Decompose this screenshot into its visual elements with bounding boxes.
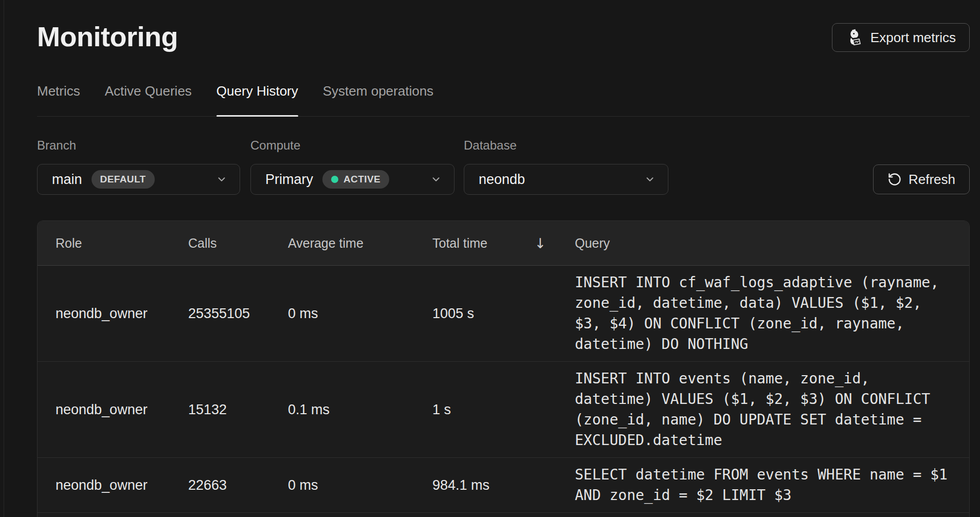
cell-role: neondb_owner <box>56 477 188 493</box>
tab-metrics[interactable]: Metrics <box>37 83 80 116</box>
chevron-down-icon <box>430 174 442 185</box>
table-row: neondb_owner 25355105 0 ms 1005 s INSERT… <box>38 266 969 362</box>
database-label: Database <box>464 138 668 153</box>
tab-system-operations[interactable]: System operations <box>323 83 433 116</box>
compute-label: Compute <box>250 138 455 153</box>
table-row-partial <box>38 513 969 517</box>
active-status-badge: ACTIVE <box>322 170 389 189</box>
export-metrics-label: Export metrics <box>870 30 956 46</box>
cell-total-time: 984.1 ms <box>432 477 575 493</box>
branch-select[interactable]: main DEFAULT <box>37 164 240 195</box>
refresh-button[interactable]: Refresh <box>873 164 970 194</box>
database-select[interactable]: neondb <box>464 164 668 195</box>
branch-filter: Branch main DEFAULT <box>37 138 240 195</box>
refresh-label: Refresh <box>909 172 955 188</box>
refresh-icon <box>887 172 902 187</box>
cell-role: neondb_owner <box>56 402 188 418</box>
cell-role: neondb_owner <box>56 306 188 322</box>
table-row: neondb_owner 15132 0.1 ms 1 s INSERT INT… <box>38 362 969 458</box>
column-header-calls[interactable]: Calls <box>188 236 288 251</box>
cell-query: INSERT INTO cf_waf_logs_adaptive (raynam… <box>575 272 950 355</box>
table-row: neondb_owner 22663 0 ms 984.1 ms SELECT … <box>38 458 969 513</box>
tab-query-history[interactable]: Query History <box>216 83 298 116</box>
column-header-query[interactable]: Query <box>575 236 951 251</box>
column-header-role[interactable]: Role <box>56 236 188 251</box>
database-filter: Database neondb <box>464 138 668 195</box>
table-body: neondb_owner 25355105 0 ms 1005 s INSERT… <box>38 266 969 513</box>
tab-bar: Metrics Active Queries Query History Sys… <box>37 83 970 117</box>
query-history-table: Role Calls Average time Total time ↓ Que… <box>37 220 970 517</box>
cell-total-time: 1005 s <box>432 306 575 322</box>
monitoring-page: Monitoring Export metrics Metrics Active <box>0 0 980 517</box>
cell-calls: 22663 <box>188 477 288 493</box>
cell-total-time: 1 s <box>432 402 575 418</box>
column-header-average-time[interactable]: Average time <box>288 236 432 251</box>
cell-calls: 25355105 <box>188 306 288 322</box>
window-edge-divider <box>4 0 4 517</box>
branch-label: Branch <box>37 138 240 153</box>
chevron-down-icon <box>216 174 227 185</box>
branch-value: main <box>52 172 82 188</box>
cell-average-time: 0 ms <box>288 306 432 322</box>
table-header: Role Calls Average time Total time ↓ Que… <box>38 221 969 266</box>
tab-active-queries[interactable]: Active Queries <box>105 83 192 116</box>
export-metrics-button[interactable]: Export metrics <box>832 23 970 52</box>
chevron-down-icon <box>644 174 656 185</box>
compute-filter: Compute Primary ACTIVE <box>250 138 455 195</box>
cell-average-time: 0.1 ms <box>288 402 432 418</box>
default-badge: DEFAULT <box>92 170 155 189</box>
compute-select[interactable]: Primary ACTIVE <box>250 164 455 195</box>
page-header: Monitoring Export metrics <box>37 21 970 52</box>
cell-average-time: 0 ms <box>288 477 432 493</box>
sort-descending-icon: ↓ <box>534 235 546 251</box>
active-status-dot <box>331 176 338 183</box>
page-title: Monitoring <box>37 21 178 52</box>
database-value: neondb <box>479 172 525 188</box>
column-header-total-time[interactable]: Total time ↓ <box>432 235 575 251</box>
cell-query: INSERT INTO events (name, zone_id, datet… <box>575 368 950 451</box>
cell-calls: 15132 <box>188 402 288 418</box>
datadog-icon <box>846 29 863 46</box>
compute-value: Primary <box>265 172 313 188</box>
filters-bar: Branch main DEFAULT Compute Primary ACTI… <box>37 138 970 195</box>
cell-query: SELECT datetime FROM events WHERE name =… <box>575 465 950 506</box>
